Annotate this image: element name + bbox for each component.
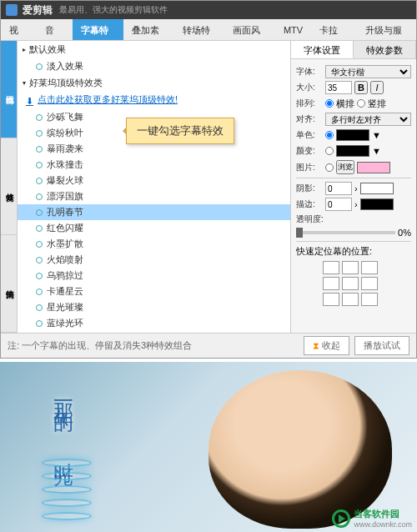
opacity-label: 透明度: — [296, 213, 329, 225]
radio-icon — [36, 146, 43, 153]
radio-icon — [36, 162, 43, 168]
tree-item[interactable]: 火焰喷射 — [18, 252, 290, 268]
tree-item[interactable]: 水珠撞击 — [18, 157, 290, 173]
slider-thumb-icon[interactable] — [296, 228, 303, 238]
pos-br[interactable] — [361, 293, 378, 306]
radio-icon — [36, 289, 43, 295]
stroke-color[interactable] — [360, 198, 394, 210]
menu-style[interactable]: 画面风格 — [224, 19, 275, 40]
opacity-slider[interactable] — [296, 231, 395, 234]
alignmode-label: 对齐: — [296, 113, 323, 125]
preview-person — [208, 370, 392, 529]
image-swatch[interactable] — [357, 162, 390, 173]
tree-item[interactable]: 红色闪耀 — [18, 220, 290, 236]
video-preview: 那一年的 时光 当客软件园 www.downkr.com — [0, 362, 417, 532]
stroke-input[interactable] — [325, 198, 352, 211]
tree-group-hollywood[interactable]: ▾好莱坞顶级特效类 — [18, 74, 290, 92]
radio-icon — [36, 273, 43, 279]
pos-mc[interactable] — [342, 277, 359, 290]
sidebar-repair[interactable]: 修复特效 — [1, 138, 17, 236]
dropdown-icon[interactable]: ▼ — [372, 146, 381, 156]
expand-icon: ▾ — [23, 79, 26, 87]
tree-item-fadein[interactable]: 淡入效果 — [18, 58, 290, 74]
sidebar-disappear[interactable]: 消失特效 — [1, 235, 17, 333]
font-label: 字体: — [296, 66, 323, 78]
position-label: 快速定位幕的位置: — [296, 245, 372, 258]
stroke-label: 描边: — [296, 198, 323, 210]
sidebar-appear[interactable]: 出现特效 — [1, 41, 17, 138]
app-slogan: 最易用、强大的视频剪辑软件 — [59, 4, 168, 16]
effect-category-sidebar: 出现特效 修复特效 消失特效 — [1, 41, 18, 333]
alignmode-select[interactable]: 多行时左对齐 — [325, 113, 411, 126]
collapse-button[interactable]: ⧗收起 — [304, 336, 349, 355]
download-icon: ⬇ — [26, 96, 34, 104]
menu-overlay[interactable]: 叠加素材 — [123, 19, 174, 40]
footer-note: 注: 一个字幕的出现、停留及消失3种特效组合 — [8, 339, 299, 352]
font-select[interactable]: 华文行楷 — [325, 65, 411, 78]
pos-tr[interactable] — [361, 261, 378, 274]
watermark-logo-icon — [332, 509, 350, 528]
shadow-label: 阴影: — [296, 183, 323, 194]
tree-item[interactable]: 蓝绿光环 — [18, 315, 290, 331]
chevron-icon[interactable]: › — [354, 183, 358, 193]
pos-bl[interactable] — [323, 293, 339, 306]
pos-mr[interactable] — [361, 277, 378, 290]
italic-button[interactable]: I — [370, 81, 384, 94]
menu-video[interactable]: 视 频 — [1, 19, 37, 40]
hourglass-icon: ⧗ — [313, 340, 319, 351]
footer-bar: 注: 一个字幕的出现、停留及消失3种特效组合 ⧗收起 播放试试 — [1, 333, 416, 358]
tree-item[interactable]: 爆裂火球 — [18, 173, 290, 188]
align-vertical-radio[interactable] — [357, 97, 365, 110]
radio-icon — [36, 209, 43, 216]
radio-icon — [36, 320, 43, 327]
pos-bc[interactable] — [342, 293, 359, 306]
radio-icon — [36, 257, 43, 263]
color-image-radio[interactable] — [325, 161, 334, 174]
tree-item[interactable]: 水墨扩散 — [18, 236, 290, 252]
tree-group-default[interactable]: ▸默认效果 — [18, 41, 290, 58]
properties-panel: 字体设置 特效参数 字体:华文行楷 大小:BI 排列:横排竖排 对齐:多行时左对… — [291, 41, 416, 333]
preview-glow-effect — [42, 454, 100, 520]
color-gradient-radio[interactable] — [325, 144, 334, 158]
get-more-effects-link[interactable]: ⬇点击此处获取更多好莱坞顶级特效! — [18, 92, 290, 108]
color-swatch[interactable] — [336, 129, 369, 141]
pos-tc[interactable] — [342, 261, 359, 274]
size-input[interactable] — [325, 81, 352, 94]
menu-upgrade[interactable]: 升级与服务 — [357, 19, 416, 40]
menu-subtitle-effects[interactable]: 字幕特效 — [73, 19, 123, 40]
radio-icon — [36, 63, 43, 70]
radio-icon — [36, 114, 43, 121]
menu-karaoke[interactable]: 卡拉OK — [311, 19, 357, 40]
size-label: 大小: — [296, 82, 323, 93]
align-horizontal-radio[interactable] — [325, 97, 334, 110]
shadow-color[interactable] — [360, 183, 394, 194]
tree-item[interactable]: 漂浮国旗 — [18, 188, 290, 204]
browse-button[interactable]: 浏览 — [336, 160, 354, 174]
shadow-input[interactable] — [325, 182, 352, 195]
menu-audio[interactable]: 音 频 — [37, 19, 73, 40]
color-solid-radio[interactable] — [325, 128, 334, 142]
tree-item[interactable]: 星光璀璨 — [18, 299, 290, 315]
chevron-icon[interactable]: › — [354, 199, 358, 209]
tree-item[interactable]: 孔明春节 — [18, 204, 290, 220]
tree-item[interactable]: 卡通星云 — [18, 284, 290, 299]
titlebar: 爱剪辑 最易用、强大的视频剪辑软件 — [1, 1, 416, 19]
play-test-button[interactable]: 播放试试 — [354, 336, 409, 355]
menu-mtv[interactable]: MTV — [275, 19, 311, 40]
opacity-value: 0% — [398, 228, 411, 238]
dropdown-icon[interactable]: ▼ — [372, 130, 381, 140]
tab-effect-params[interactable]: 特效参数 — [354, 41, 416, 58]
watermark-name: 当客软件园 — [354, 508, 412, 520]
expand-icon: ▸ — [23, 46, 26, 53]
gradient-swatch[interactable] — [336, 145, 369, 157]
pos-ml[interactable] — [323, 277, 339, 290]
tab-font-settings[interactable]: 字体设置 — [291, 41, 354, 58]
bold-button[interactable]: B — [354, 81, 368, 94]
radio-icon — [36, 304, 43, 311]
menu-transition[interactable]: 转场特效 — [174, 19, 225, 40]
app-logo-icon — [6, 4, 18, 16]
position-grid — [323, 261, 411, 306]
tree-item[interactable]: 乌鸦掠过 — [18, 268, 290, 284]
pos-tl[interactable] — [323, 261, 339, 274]
main-menu: 视 频 音 频 字幕特效 叠加素材 转场特效 画面风格 MTV 卡拉OK 升级与… — [1, 19, 416, 41]
